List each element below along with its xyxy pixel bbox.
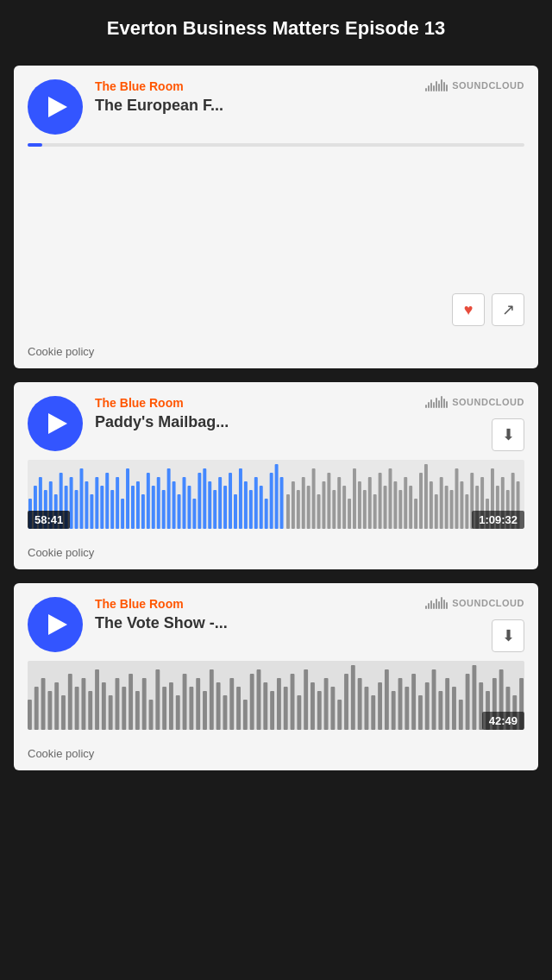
waveform-3[interactable]: 42:49 <box>28 661 524 730</box>
svg-rect-105 <box>88 691 92 730</box>
time-played-2: 58:41 <box>28 511 70 529</box>
svg-rect-110 <box>122 687 126 730</box>
svg-rect-161 <box>466 674 470 730</box>
soundcloud-label-3: SOUNDCLOUD <box>452 598 524 608</box>
time-total-2: 1:09:32 <box>472 511 524 529</box>
svg-rect-107 <box>102 682 106 730</box>
svg-rect-158 <box>445 678 449 730</box>
svg-rect-137 <box>304 669 308 730</box>
track-title-2: Paddy's Mailbag... <box>95 413 524 431</box>
progress-fill-1 <box>28 143 42 147</box>
play-button-1[interactable] <box>28 79 83 135</box>
svg-rect-134 <box>284 687 288 730</box>
svg-rect-114 <box>149 700 154 730</box>
svg-rect-113 <box>142 678 147 730</box>
play-button-3[interactable] <box>28 597 83 652</box>
svg-rect-156 <box>432 669 436 730</box>
cookie-policy-3[interactable]: Cookie policy <box>14 737 538 770</box>
progress-bar-1[interactable] <box>28 143 524 147</box>
svg-rect-140 <box>324 678 329 730</box>
svg-rect-111 <box>129 674 133 730</box>
share-button-1[interactable]: ↗ <box>492 293 524 326</box>
svg-rect-106 <box>95 669 99 730</box>
play-icon-2 <box>48 413 67 434</box>
svg-rect-144 <box>351 665 355 730</box>
svg-rect-149 <box>385 669 389 730</box>
svg-rect-162 <box>472 665 476 730</box>
svg-rect-157 <box>438 691 442 730</box>
svg-rect-102 <box>68 674 72 730</box>
heart-button-1[interactable]: ♥ <box>452 293 485 326</box>
svg-rect-145 <box>358 678 362 730</box>
svg-rect-129 <box>250 674 254 730</box>
svg-rect-120 <box>189 687 193 730</box>
time-total-3: 42:49 <box>482 712 524 730</box>
svg-rect-153 <box>411 674 416 730</box>
soundcloud-badge-1: SOUNDCLOUD <box>425 79 524 91</box>
soundcloud-label-2: SOUNDCLOUD <box>452 397 524 407</box>
player-card-2: The Blue Room Paddy's Mailbag... SOUNDCL… <box>14 382 538 569</box>
svg-rect-124 <box>216 682 221 730</box>
svg-rect-152 <box>405 687 409 730</box>
svg-rect-131 <box>263 682 267 730</box>
page-title: Everton Business Matters Episode 13 <box>0 0 552 66</box>
svg-rect-97 <box>34 687 39 730</box>
svg-rect-115 <box>155 669 160 730</box>
soundcloud-wave-icon-1 <box>425 79 448 91</box>
waveform-unplayed-svg-3 <box>28 661 524 730</box>
svg-rect-122 <box>203 691 207 730</box>
svg-rect-143 <box>344 674 348 730</box>
svg-rect-132 <box>270 691 274 730</box>
cookie-policy-1[interactable]: Cookie policy <box>14 335 538 368</box>
svg-rect-100 <box>54 682 59 730</box>
card-1-body <box>14 155 538 293</box>
play-icon-1 <box>48 97 67 117</box>
svg-rect-109 <box>116 678 120 730</box>
svg-rect-117 <box>169 682 173 730</box>
cookie-policy-2[interactable]: Cookie policy <box>14 536 538 569</box>
svg-rect-101 <box>61 695 66 730</box>
svg-rect-98 <box>41 678 46 730</box>
svg-rect-125 <box>223 695 227 730</box>
svg-rect-96 <box>28 700 32 730</box>
svg-rect-128 <box>243 700 248 730</box>
svg-rect-119 <box>183 674 187 730</box>
svg-rect-108 <box>109 695 113 730</box>
play-icon-3 <box>48 614 67 635</box>
svg-rect-133 <box>277 678 281 730</box>
svg-rect-146 <box>365 687 369 730</box>
waveform-area-1 <box>14 143 538 147</box>
svg-rect-135 <box>291 674 295 730</box>
svg-rect-151 <box>398 678 403 730</box>
svg-rect-123 <box>210 669 214 730</box>
svg-rect-127 <box>236 687 241 730</box>
soundcloud-badge-2: SOUNDCLOUD <box>425 396 524 408</box>
svg-rect-148 <box>378 682 382 730</box>
svg-rect-159 <box>452 687 456 730</box>
svg-rect-104 <box>81 678 85 730</box>
download-button-3[interactable]: ⬇ <box>492 619 524 652</box>
svg-rect-142 <box>337 700 342 730</box>
svg-rect-99 <box>47 691 52 730</box>
svg-rect-138 <box>310 682 315 730</box>
svg-rect-150 <box>392 691 396 730</box>
play-button-2[interactable] <box>28 396 83 451</box>
player-card-3: The Blue Room The Vote Show -... SOUNDCL… <box>14 583 538 770</box>
svg-rect-126 <box>229 678 234 730</box>
download-button-2[interactable]: ⬇ <box>492 418 524 451</box>
svg-rect-118 <box>176 695 180 730</box>
svg-rect-154 <box>418 695 423 730</box>
soundcloud-badge-3: SOUNDCLOUD <box>425 597 524 609</box>
waveform-area-3[interactable]: 42:49 <box>14 661 538 730</box>
soundcloud-wave-icon-3 <box>425 597 448 609</box>
svg-rect-130 <box>257 669 261 730</box>
svg-rect-116 <box>162 687 166 730</box>
waveform-2[interactable]: 58:41 1:09:32 <box>28 460 524 529</box>
track-title-1: The European F... <box>95 97 524 115</box>
svg-rect-155 <box>425 682 430 730</box>
waveform-area-2[interactable]: 58:41 1:09:32 <box>14 460 538 529</box>
player-card-1: The Blue Room The European F... SOUNDCLO… <box>14 66 538 368</box>
svg-rect-139 <box>317 691 322 730</box>
svg-rect-121 <box>196 678 200 730</box>
svg-rect-103 <box>75 687 79 730</box>
